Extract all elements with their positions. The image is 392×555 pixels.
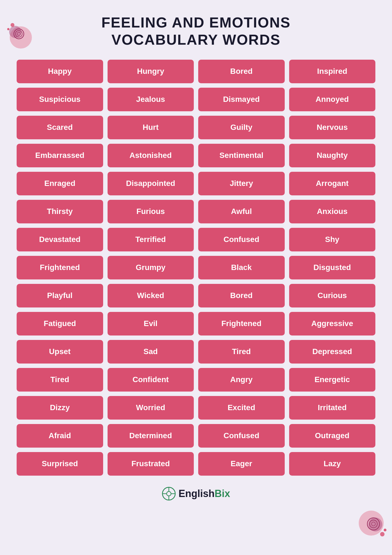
svg-point-6 [7,28,9,30]
logo-section: EnglishBix [17,487,375,501]
word-card: Sad [108,340,194,364]
word-card: Frightened [17,256,103,279]
word-card: Dismayed [198,88,285,111]
page-container: FEELING AND EMOTIONS VOCABULARY WORDS Ha… [0,0,392,555]
word-card: Afraid [17,424,103,448]
word-card: Thirsty [17,200,103,223]
word-card: Aggressive [289,312,376,335]
word-card: Annoyed [289,88,376,111]
deco-top-left [6,14,39,50]
word-card: Disgusted [289,256,376,279]
word-card: Suspicious [17,88,103,111]
page-title: FEELING AND EMOTIONS VOCABULARY WORDS [17,14,375,49]
word-card: Energetic [289,368,376,392]
word-card: Angry [198,368,285,392]
svg-point-13 [384,529,386,531]
word-card: Grumpy [108,256,194,279]
word-card: Frightened [198,312,285,335]
logo-text: EnglishBix [179,488,230,500]
word-card: Irritated [289,396,376,420]
word-card: Upset [17,340,103,364]
word-card: Devastated [17,228,103,251]
word-card: Tired [198,340,285,364]
word-card: Arrogant [289,172,376,195]
word-card: Enraged [17,172,103,195]
word-card: Tired [17,368,103,392]
word-card: Determined [108,424,194,448]
word-card: Shy [289,228,376,251]
word-card: Lazy [289,452,376,476]
svg-point-5 [11,23,14,27]
word-card: Guilty [198,116,285,139]
word-card: Dizzy [17,396,103,420]
word-card: Astonished [108,144,194,167]
word-card: Black [198,256,285,279]
word-card: Sentimental [198,144,285,167]
word-card: Scared [17,116,103,139]
word-card: Furious [108,200,194,223]
word-card: Naughty [289,144,376,167]
word-grid: HappyHungryBoredInspiredSuspiciousJealou… [17,60,375,476]
word-card: Bored [198,60,285,83]
logo-icon [162,487,176,501]
word-card: Inspired [289,60,376,83]
word-card: Awful [198,200,285,223]
word-card: Disappointed [108,172,194,195]
word-card: Evil [108,312,194,335]
word-card: Confused [198,228,285,251]
word-card: Terrified [108,228,194,251]
word-card: Confused [198,424,285,448]
word-card: Jittery [198,172,285,195]
word-card: Frustrated [108,452,194,476]
word-card: Happy [17,60,103,83]
svg-point-1 [9,26,21,38]
word-card: Anxious [289,200,376,223]
word-card: Surprised [17,452,103,476]
word-card: Outraged [289,424,376,448]
word-card: Nervous [289,116,376,139]
word-card: Playful [17,284,103,307]
word-card: Worried [108,396,194,420]
deco-bottom-right [349,502,388,544]
word-card: Eager [198,452,285,476]
svg-point-15 [167,491,171,496]
word-card: Hurt [108,116,194,139]
word-card: Confident [108,368,194,392]
word-card: Fatigued [17,312,103,335]
word-card: Bored [198,284,285,307]
word-card: Curious [289,284,376,307]
word-card: Wicked [108,284,194,307]
word-card: Excited [198,396,285,420]
word-card: Depressed [289,340,376,364]
word-card: Hungry [108,60,194,83]
word-card: Jealous [108,88,194,111]
word-card: Embarrassed [17,144,103,167]
svg-point-12 [380,532,385,536]
